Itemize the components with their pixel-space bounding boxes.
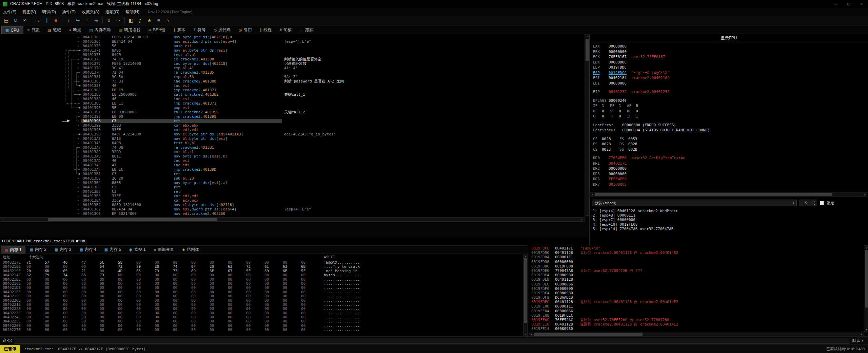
register-row[interactable]: EIP00401232crackme2.00401232 xyxy=(593,89,866,95)
dump-row[interactable]: 004021BE00000000000000000000000000000000… xyxy=(0,278,523,282)
disasm-row[interactable]: 0040137D3C 41cmp al,4141:'A' xyxy=(0,66,585,70)
disasm-row[interactable]: 004013A584DBtest bl,bl xyxy=(0,141,585,145)
dump-row[interactable]: 0040227E00000000000000000000000000000000… xyxy=(0,328,523,332)
register-row[interactable]: EDI00000006 xyxy=(593,81,866,86)
stack-row[interactable]: 0019FE1000401128返回到 crackme2.00401128 自 … xyxy=(529,322,864,327)
tab-cpu[interactable]: ▦CPU xyxy=(1,26,23,34)
disasm-row[interactable]: 004013AB881Emov byte ptr ds:[esi],bl xyxy=(0,154,585,159)
disasm-row[interactable]: 00401398C3ret xyxy=(0,119,585,123)
disasm-row[interactable]: 0040137574 19je crackme2.401390判断输入的值是否为… xyxy=(0,57,585,61)
tab-struct[interactable]: ◈结构体 xyxy=(178,246,203,254)
stack-row[interactable]: 0019FDF000000000 xyxy=(529,286,864,291)
scroll-right-icon[interactable]: ▸ xyxy=(860,332,864,336)
disasm-row[interactable]: 00401391E8 03000000call crackme2.401399关… xyxy=(0,110,585,114)
register-row[interactable]: OF0SF0DF0 xyxy=(593,109,866,114)
stack-arg-row[interactable]: 4: [esp+10] 0019FE08 xyxy=(593,222,866,227)
command-input[interactable] xyxy=(15,338,849,344)
dump-row[interactable]: 004021FE00000000000000000000000000000000… xyxy=(0,294,523,298)
scroll-left-icon[interactable]: ◂ xyxy=(590,192,594,197)
tab-source[interactable]: ◇源代码 xyxy=(210,26,235,34)
dump-row[interactable]: 004021DE00000000000000000000000000000000… xyxy=(0,286,523,290)
register-row[interactable]: LastStatusC0000034 (STATUS_OBJECT_NAME_N… xyxy=(593,128,866,133)
stack-row[interactable]: 0019FDEC00000066 xyxy=(529,282,864,286)
registers-hscrollbar[interactable]: ◂ ▸ xyxy=(590,192,867,197)
menu-item-2[interactable]: 调试(D) xyxy=(39,8,59,16)
dump-row[interactable]: 0040223E00000000000000000000000000000000… xyxy=(0,311,523,315)
tab-symbols[interactable]: Σ符号 xyxy=(190,26,210,34)
disasm-row[interactable]: 004013B833FFxor edi,edi xyxy=(0,194,585,198)
dump-row[interactable]: 004021CE00000000000000000000000000000000… xyxy=(0,282,523,286)
run-to-user-code-icon[interactable]: ⇥ xyxy=(92,17,100,24)
disasm-row[interactable]: 0040138D46inc esi xyxy=(0,97,585,101)
disassembly-hscrollbar[interactable]: ◂ ▸ xyxy=(0,217,585,222)
trace-over-icon[interactable]: ⇒ xyxy=(114,17,122,24)
dump-row[interactable]: 0040218E0000000054727920746F20637261636B… xyxy=(0,265,523,269)
register-row[interactable]: CF0TF0IF1 xyxy=(593,114,866,119)
disasm-row[interactable]: 004013A38A1Emov bl,byte ptr ds:[esi] xyxy=(0,136,585,141)
disasm-row[interactable]: 004013BC8A0D 18214000mov cl,byte ptr ds:… xyxy=(0,203,585,207)
disasm-row[interactable]: 004013AD46inc esi xyxy=(0,159,585,163)
disasm-row[interactable]: 0040137384C0test al,al xyxy=(0,53,585,57)
disasm-row[interactable]: 004013A932D9xor bl,cl xyxy=(0,150,585,154)
tab-memory-5[interactable]: ▦内存 5 xyxy=(100,246,125,254)
stepper-up-icon[interactable]: ▴ xyxy=(814,200,815,203)
tab-log[interactable]: ≡日志 xyxy=(23,26,43,34)
register-row[interactable]: EFLAGS00000246 xyxy=(593,98,866,104)
register-row[interactable]: DR200000000 xyxy=(593,166,866,171)
tab-locals[interactable]: ≡局部变量 xyxy=(150,246,178,254)
disasm-row[interactable]: 0040138546inc esi xyxy=(0,83,585,88)
register-row[interactable]: ESP0019FDCC"~!@"~=&"|W@G\\X" xyxy=(593,70,866,76)
disasm-row[interactable]: 0040139D8A8F A3214000mov cl,byte ptr ds:… xyxy=(0,132,585,136)
tab-memory-4[interactable]: ▦内存 4 xyxy=(75,246,100,254)
stack-vscrollbar[interactable]: ▴ ▾ xyxy=(864,245,868,332)
disasm-row[interactable]: 00401396EB 00jmp crackme2.401398 xyxy=(0,114,585,119)
dump-row[interactable]: 0040220E00000000000000000000000000000000… xyxy=(0,299,523,303)
register-row[interactable]: LastError00000000 (ERROR_SUCCESS) xyxy=(593,123,866,128)
disasm-row[interactable]: 0040138EEB E1jmp crackme2.401371 xyxy=(0,101,585,106)
disasm-row[interactable]: 004013C28B7424 04mov esi,dword ptr ss:[e… xyxy=(0,207,585,211)
dump-row[interactable]: 0040217E7C5740475C5800000000000000000000… xyxy=(0,261,523,265)
lock-checkbox[interactable] xyxy=(820,201,824,205)
dump-row[interactable]: 0040221E00000000000000000000000000000000… xyxy=(0,303,523,307)
disasm-row[interactable]: 00401365C605 18214000 00mov byte ptr ds:… xyxy=(0,35,585,39)
tab-memory-map[interactable]: ▤内存布局 xyxy=(85,26,115,34)
disasm-row[interactable]: 004013B7C3ret xyxy=(0,189,585,194)
disasm-row[interactable]: 0040138373 03jae crackme2.401388判断 passw… xyxy=(0,79,585,83)
stack-pane[interactable]: 0019FDCC0040217E"|W@G\\X"0019FDD00040112… xyxy=(529,245,864,336)
scroll-down-icon[interactable]: ▾ xyxy=(524,332,528,336)
scrollbar-thumb[interactable] xyxy=(524,258,527,323)
step-over-icon[interactable]: ↪ xyxy=(74,17,82,24)
stack-row[interactable]: 0019FDDC0019FE08 xyxy=(529,264,864,268)
disasm-row[interactable]: 00401388E8 25000000call crackme2.4013B2关… xyxy=(0,92,585,97)
scroll-down-icon[interactable]: ▾ xyxy=(864,328,868,331)
register-row[interactable]: EAX00000000 xyxy=(593,44,866,49)
stack-row[interactable]: 0019FDE400080930 xyxy=(529,273,864,277)
scroll-right-icon[interactable]: ▸ xyxy=(863,192,867,197)
tab-trace[interactable]: …跟踪 xyxy=(296,26,317,34)
disasm-row[interactable]: 004013AE47inc edi xyxy=(0,163,585,167)
scroll-up-icon[interactable]: ▴ xyxy=(524,254,528,258)
stack-row[interactable]: 0019FDE0770047AB返回到 user32.770047AB 自 ??… xyxy=(529,268,864,273)
stack-arg-row[interactable]: 2: [esp+8] 00000111 xyxy=(593,213,866,218)
stack-arg-row[interactable]: 1: [esp+4] 00401128 <crackme2.WndProc> xyxy=(593,209,866,213)
run-icon[interactable]: → xyxy=(33,17,42,24)
dump-row[interactable]: 004021EE00000000000000000000000000000000… xyxy=(0,290,523,294)
tab-memory-2[interactable]: ▦内存 2 xyxy=(25,246,50,254)
argument-count-stepper[interactable]: 5 ▴▾ xyxy=(800,200,817,206)
seh-chain-icon[interactable]: ϟ xyxy=(163,17,172,24)
dump-row[interactable]: 0040225E00000000000000000000000000000000… xyxy=(0,319,523,323)
disasm-row[interactable]: 0040139933DBxor ebx,ebx xyxy=(0,123,585,128)
maximize-button[interactable]: □ xyxy=(842,0,855,8)
register-row[interactable]: DR300000000 xyxy=(593,171,866,177)
favourites-icon[interactable]: ★ xyxy=(145,17,154,24)
dump-row[interactable]: 0040219E206D6521004D657373696E675F696E5F… xyxy=(0,269,523,273)
scrollbar-thumb[interactable] xyxy=(586,39,589,61)
tab-handles[interactable]: #句柄 xyxy=(276,26,296,34)
disasm-row[interactable]: 0040137056push esi xyxy=(0,44,585,48)
dump-row[interactable]: 004021AE62797465730000000000000000000000… xyxy=(0,273,523,277)
menu-item-4[interactable]: 收藏夹(A) xyxy=(79,8,102,16)
tab-seh[interactable]: ∞SEH链 xyxy=(144,26,170,34)
register-row[interactable]: DR077054EB0<user32.GetDlgItemTextA> xyxy=(593,155,866,161)
dump-row[interactable]: 0040226E00000000000000000000000000000000… xyxy=(0,324,523,328)
stack-row[interactable]: 0019FE0C76FE52AC返回到 user32.76FE52AC 自 us… xyxy=(529,318,864,322)
